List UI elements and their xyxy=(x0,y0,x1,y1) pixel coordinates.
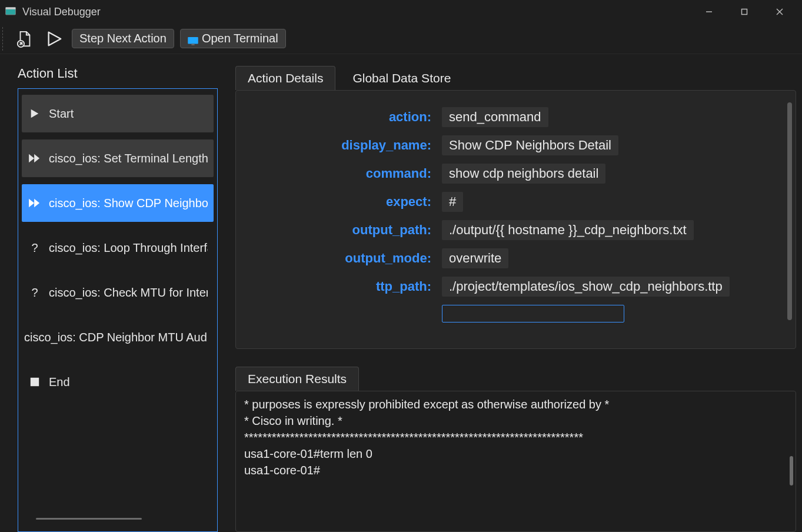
app-icon xyxy=(5,6,16,18)
exec-scrollbar[interactable] xyxy=(790,456,793,486)
toolbar: Step Next Action Open Terminal xyxy=(0,24,802,54)
toolbar-grip[interactable] xyxy=(2,27,6,51)
open-terminal-button[interactable]: Open Terminal xyxy=(180,29,286,48)
action-list-item-label: cisco_ios: Loop Through Interfaces xyxy=(49,241,208,255)
tab-execution-results[interactable]: Execution Results xyxy=(235,367,359,391)
details-value[interactable]: send_command xyxy=(442,107,548,127)
play-icon xyxy=(28,108,42,119)
exec-line: usa1-core-01#term len 0 xyxy=(244,445,787,462)
minimize-button[interactable] xyxy=(691,0,727,24)
svg-marker-13 xyxy=(29,199,34,207)
action-details-panel: action:send_commanddisplay_name:Show CDP… xyxy=(235,90,796,349)
details-value[interactable]: # xyxy=(442,192,463,212)
titlebar: Visual Debugger xyxy=(0,0,802,24)
execution-results-panel: * purposes is expressly prohibited excep… xyxy=(235,391,796,532)
action-list-item[interactable]: cisco_ios: Show CDP Neighbors Detail xyxy=(22,184,214,222)
action-list-item[interactable]: Start xyxy=(22,95,214,132)
details-value[interactable]: Show CDP Neighbors Detail xyxy=(442,135,618,155)
q-icon: ? xyxy=(28,241,42,255)
details-value[interactable]: overwrite xyxy=(442,248,508,268)
action-list-item-label: cisco_ios: Show CDP Neighbors Detail xyxy=(49,197,208,210)
details-key: display_name: xyxy=(254,138,442,153)
details-key: output_mode: xyxy=(254,251,442,266)
details-key: action: xyxy=(254,109,442,125)
ffwd-icon xyxy=(28,153,42,164)
action-list-panel: Action List Startcisco_ios: Set Terminal… xyxy=(18,66,218,532)
run-icon[interactable] xyxy=(42,27,66,51)
right-panel: Action Details Global Data Store action:… xyxy=(235,66,802,532)
maximize-button[interactable] xyxy=(727,0,762,24)
details-input[interactable] xyxy=(442,305,624,322)
action-list-item[interactable]: cisco_ios: CDP Neighbor MTU Audit xyxy=(22,318,214,356)
details-value[interactable]: show cdp neighbors detail xyxy=(442,164,605,184)
action-list-item-label: cisco_ios: CDP Neighbor MTU Audit xyxy=(24,331,208,344)
details-key: expect: xyxy=(254,194,442,210)
details-row: output_mode:overwrite xyxy=(254,248,778,268)
action-list-item[interactable]: End xyxy=(22,363,214,401)
svg-marker-14 xyxy=(34,199,39,207)
window-title: Visual Debugger xyxy=(22,6,101,18)
action-list-item[interactable]: cisco_ios: Set Terminal Length xyxy=(22,139,214,177)
svg-marker-10 xyxy=(31,109,39,118)
svg-rect-15 xyxy=(31,378,39,386)
ffwd-icon xyxy=(28,198,42,208)
exec-line: * Cisco in writing. * xyxy=(244,413,787,429)
main-area: Action List Startcisco_ios: Set Terminal… xyxy=(0,54,802,532)
q-icon: ? xyxy=(28,286,42,300)
tab-global-data-store[interactable]: Global Data Store xyxy=(340,66,463,90)
details-key: command: xyxy=(254,166,442,181)
tab-action-details[interactable]: Action Details xyxy=(235,66,335,90)
step-next-action-button[interactable]: Step Next Action xyxy=(72,29,174,48)
action-list-item-label: End xyxy=(49,375,70,389)
svg-marker-11 xyxy=(29,154,34,162)
action-list-item-label: Start xyxy=(49,107,74,121)
details-scrollbar[interactable] xyxy=(787,102,792,320)
details-row: command:show cdp neighbors detail xyxy=(254,164,778,184)
horizontal-scrollbar[interactable] xyxy=(36,518,142,520)
action-list[interactable]: Startcisco_ios: Set Terminal Lengthcisco… xyxy=(18,88,218,532)
svg-marker-7 xyxy=(49,32,61,45)
exec-tabs: Execution Results xyxy=(235,367,796,391)
details-row: display_name:Show CDP Neighbors Detail xyxy=(254,135,778,155)
details-value[interactable]: ./project/templates/ios_show_cdp_neighbo… xyxy=(442,277,730,297)
details-value[interactable]: ./output/{{ hostname }}_cdp_neighbors.tx… xyxy=(442,220,694,240)
details-tabs: Action Details Global Data Store xyxy=(235,66,796,90)
details-key: output_path: xyxy=(254,222,442,238)
open-file-icon[interactable] xyxy=(13,27,36,51)
svg-rect-8 xyxy=(188,37,198,44)
details-row: action:send_command xyxy=(254,107,778,127)
open-terminal-label: Open Terminal xyxy=(202,32,278,45)
svg-rect-9 xyxy=(191,44,194,45)
details-row: output_path:./output/{{ hostname }}_cdp_… xyxy=(254,220,778,240)
action-list-item-label: cisco_ios: Check MTU for Interface xyxy=(49,286,208,300)
svg-rect-1 xyxy=(6,8,16,9)
details-row: ttp_path:./project/templates/ios_show_cd… xyxy=(254,277,778,297)
exec-line: ****************************************… xyxy=(244,429,787,445)
svg-rect-3 xyxy=(742,9,747,15)
stop-icon xyxy=(28,377,42,387)
window-controls xyxy=(691,0,797,24)
monitor-icon xyxy=(188,35,198,43)
details-key: ttp_path: xyxy=(254,279,442,294)
svg-marker-12 xyxy=(34,154,39,162)
step-next-action-label: Step Next Action xyxy=(79,32,167,45)
action-list-item[interactable]: ?cisco_ios: Loop Through Interfaces xyxy=(22,229,214,267)
action-list-item[interactable]: ?cisco_ios: Check MTU for Interface xyxy=(22,274,214,311)
close-button[interactable] xyxy=(762,0,797,24)
details-row: expect:# xyxy=(254,192,778,212)
action-list-heading: Action List xyxy=(18,66,218,81)
exec-line: usa1-core-01# xyxy=(244,462,787,478)
action-list-item-label: cisco_ios: Set Terminal Length xyxy=(49,152,208,165)
exec-line: * purposes is expressly prohibited excep… xyxy=(244,396,787,413)
